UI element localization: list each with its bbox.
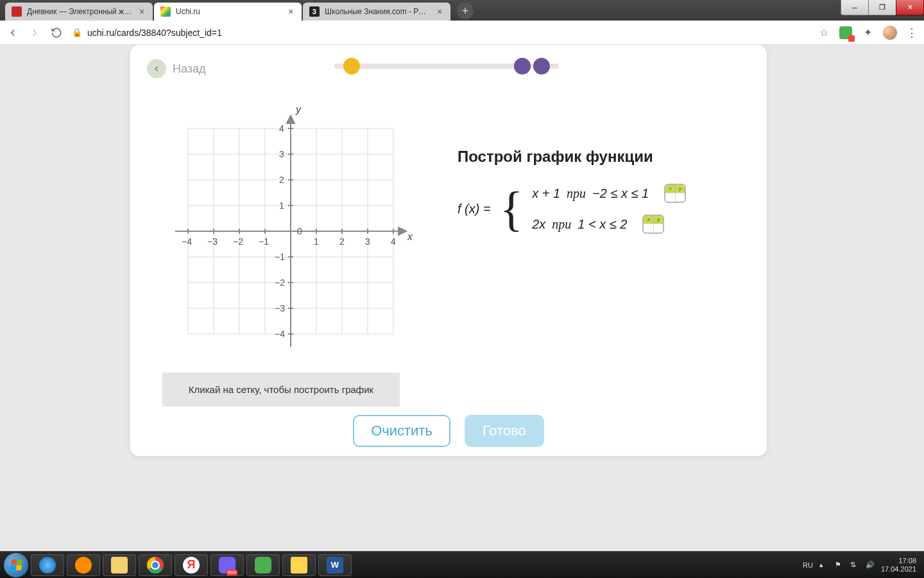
tab-title: Школьные Знания.com - Решае [325,7,430,16]
hint-box: Кликай на сетку, чтобы построить график [162,372,400,407]
nav-back-button[interactable] [6,26,19,39]
svg-marker-18 [398,227,406,235]
function-definition: f (x) = { x + 1 при −2 ≤ x ≤ 1 xy [458,184,735,234]
close-icon[interactable]: × [137,7,146,16]
tick-x: 4 [391,236,396,247]
tick-x: −3 [207,236,218,247]
tray-network-icon[interactable]: ⇅ [850,561,859,570]
profile-avatar[interactable] [883,26,897,40]
taskbar-item-yandex[interactable]: Я [175,554,208,576]
window-close-button[interactable]: ✕ [896,0,924,15]
start-button[interactable] [4,553,28,577]
tab-znanija[interactable]: З Школьные Знания.com - Решае × [303,3,450,21]
tray-flag-icon[interactable]: ⚑ [835,561,844,570]
tick-x: 2 [339,236,345,247]
piece-cond: −2 ≤ x ≤ 1 [592,186,649,201]
piece-pri: при [552,217,571,232]
extensions-puzzle-icon[interactable]: ✦ [861,26,874,39]
piece-row: x + 1 при −2 ≤ x ≤ 1 xy [532,184,686,203]
window-controls: ─ ❐ ✕ [841,0,924,18]
tray-clock[interactable]: 17:08 17.04.2021 [881,557,916,574]
tick-y: −1 [275,252,285,262]
tick-x: −2 [233,236,243,247]
tick-x: 3 [365,236,370,247]
tick-x: −4 [182,236,192,247]
origin-label: 0 [297,226,302,236]
tick-y: −4 [275,329,285,339]
nav-forward-button[interactable] [28,26,41,39]
tick-y: 2 [279,175,284,185]
taskbar-item-ie[interactable] [31,554,64,576]
table-tool-button[interactable]: xy [664,184,686,203]
task-title: Построй график функции [458,148,735,166]
tray-time: 17:08 [898,557,916,565]
tick-x: −1 [259,236,269,247]
taskbar-item-media[interactable] [67,554,100,576]
url-text: uchi.ru/cards/38840?subject_id=1 [87,28,222,38]
y-axis-label: y [296,104,301,116]
progress-dot[interactable] [533,58,550,74]
tick-x: 1 [314,236,319,247]
favicon-icon [12,6,22,17]
svg-marker-19 [287,116,295,123]
progress-bar [334,57,559,76]
tab-uchi[interactable]: Uchi.ru × [154,3,302,21]
page-body: Назад [0,45,924,551]
piece-pri: при [567,186,586,201]
tray-show-hidden-icon[interactable]: ▴ [819,561,828,570]
exercise-card: Назад [130,45,767,456]
close-icon[interactable]: × [435,7,444,16]
taskbar-item-explorer[interactable] [103,554,136,576]
taskbar-item-word[interactable]: W [318,554,352,576]
table-tool-button[interactable]: xy [642,215,664,234]
coordinate-grid[interactable]: y x 0 −4 −3 −2 −1 1 2 3 4 4 3 2 1 [169,109,413,353]
clear-button[interactable]: Очистить [353,415,450,447]
browser-menu-button[interactable]: ⋮ [906,26,918,40]
favicon-icon [160,6,171,17]
new-tab-button[interactable]: + [457,3,474,19]
taskbar-item-viber[interactable]: 999 [210,554,244,576]
tick-y: −3 [275,303,285,313]
brace-icon: { [500,189,523,228]
tab-title: Uchi.ru [176,7,281,16]
taskbar-item-chrome[interactable] [139,554,172,576]
tray-language[interactable]: RU [803,561,813,569]
window-minimize-button[interactable]: ─ [841,0,869,15]
tab-dnevnik[interactable]: Дневник — Электронный журн × [5,3,153,21]
lock-icon: 🔒 [72,28,82,37]
piece-row: 2x при 1 < x ≤ 2 xy [532,215,686,234]
extension-shield-icon[interactable] [839,26,852,39]
done-button[interactable]: Готово [465,415,544,447]
reload-button[interactable] [50,26,63,39]
favicon-icon: З [309,6,320,17]
windows-taskbar: Я 999 W RU ▴ ⚑ ⇅ 🔊 17:08 17.04.2021 [0,551,924,578]
tray-volume-icon[interactable]: 🔊 [866,561,875,570]
tick-y: 4 [279,123,284,134]
tick-y: 3 [279,149,284,159]
browser-tab-strip: Дневник — Электронный журн × Uchi.ru × З… [0,0,924,21]
piece-cond: 1 < x ≤ 2 [578,217,627,232]
piece-expr: 2x [532,217,545,232]
tray-date: 17.04.2021 [881,565,916,574]
progress-dot-current[interactable] [343,58,360,74]
progress-dot[interactable] [514,58,531,74]
piece-expr: x + 1 [532,186,560,201]
system-tray: RU ▴ ⚑ ⇅ 🔊 17:08 17.04.2021 [803,557,920,574]
function-label: f (x) = [458,202,491,216]
tick-y: 1 [279,200,284,211]
window-maximize-button[interactable]: ❐ [868,0,896,15]
close-icon[interactable]: × [286,7,295,16]
x-axis-label: x [407,231,413,243]
taskbar-item-app[interactable] [246,554,280,576]
back-label: Назад [173,62,206,76]
bookmark-star-icon[interactable]: ☆ [817,26,830,39]
taskbar-item-notes[interactable] [282,554,316,576]
tab-title: Дневник — Электронный журн [27,7,132,16]
tick-y: −2 [275,277,285,288]
address-bar[interactable]: 🔒 uchi.ru/cards/38840?subject_id=1 [72,28,809,38]
back-button[interactable] [147,59,166,78]
browser-toolbar: 🔒 uchi.ru/cards/38840?subject_id=1 ☆ ✦ ⋮ [0,21,924,45]
